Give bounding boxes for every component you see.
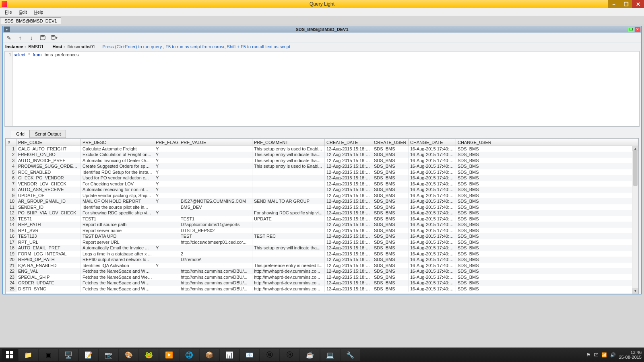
table-cell[interactable]: Report rdf source path [81, 222, 154, 228]
table-cell[interactable]: MAIL OF ON HOLD REPORT [81, 198, 154, 204]
table-cell[interactable] [179, 181, 252, 187]
table-cell[interactable]: REP60 output shared network loc... [81, 257, 154, 263]
table-cell[interactable]: 12-Aug-2015 15:18:10 [325, 175, 372, 181]
table-cell[interactable]: http://xmlns.cummins.com/DBU/... [179, 280, 252, 286]
table-cell[interactable]: 12-Aug-2015 15:18:10 [325, 222, 372, 228]
table-cell[interactable]: REP60_OP_PATH [17, 257, 81, 263]
table-cell[interactable]: This setup entry is used to Enabl... [252, 163, 325, 169]
table-cell[interactable] [252, 169, 325, 175]
table-cell[interactable]: 4 [6, 163, 17, 169]
menu-edit[interactable]: Edit [16, 9, 30, 15]
taskbar-outlook-icon[interactable]: 📧 [240, 349, 259, 361]
table-cell[interactable]: 21 [6, 263, 17, 269]
table-cell[interactable]: 12-Aug-2015 15:18:10 [325, 263, 372, 269]
table-cell[interactable]: SDS_BMS [456, 228, 496, 234]
table-cell[interactable]: SDS_BMS [372, 216, 409, 222]
table-cell[interactable]: REP_PATH [17, 222, 81, 228]
table-cell[interactable]: 16-Aug-2015 17:40:54 [409, 268, 456, 274]
table-cell[interactable]: 16-Aug-2015 17:40:54 [409, 274, 456, 280]
tab-script-output[interactable]: Script Output [30, 130, 66, 138]
table-cell[interactable]: SDS_BMS [456, 181, 496, 187]
table-cell[interactable] [179, 163, 252, 169]
database-icon[interactable] [39, 34, 46, 41]
table-cell[interactable]: 16-Aug-2015 17:40:54 [409, 193, 456, 199]
table-cell[interactable]: SDS_BMS [372, 233, 409, 239]
table-cell[interactable]: SDS_BMS [372, 204, 409, 210]
table-cell[interactable]: 16-Aug-2015 17:40:54 [409, 228, 456, 234]
table-cell[interactable]: 23 [6, 274, 17, 280]
taskbar-notepad-icon[interactable]: 📝 [79, 349, 98, 361]
table-cell[interactable]: D:\remote\ [179, 257, 252, 263]
taskbar-app-icon[interactable]: 🖥️ [59, 349, 78, 361]
table-cell[interactable]: 16-Aug-2015 17:40:54 [409, 222, 456, 228]
table-cell[interactable]: 16-Aug-2015 17:40:54 [409, 245, 456, 251]
table-cell[interactable] [154, 251, 179, 257]
table-cell[interactable]: 16-Aug-2015 17:40:54 [409, 198, 456, 204]
table-cell[interactable]: SDS_BMS [456, 193, 496, 199]
table-cell[interactable]: SDS_BMS [372, 274, 409, 280]
table-cell[interactable]: TEST123 [17, 233, 81, 239]
table-cell[interactable]: TEST [179, 233, 252, 239]
table-row[interactable]: 23SPECIAL_SHIPFetches the NameSpace and … [6, 274, 638, 280]
table-cell[interactable]: SDS_BMS [456, 204, 496, 210]
table-cell[interactable]: http://xmlns.cummins.com/DBU/... [179, 268, 252, 274]
taskbar-chrome-icon[interactable]: 🌐 [180, 349, 199, 361]
table-cell[interactable]: SDS_BMS [456, 274, 496, 280]
table-cell[interactable] [496, 181, 638, 187]
sql-editor[interactable]: 1 select * from bms_preferences [4, 51, 640, 127]
table-cell[interactable]: SDS_BMS [372, 163, 409, 169]
table-cell[interactable] [154, 216, 179, 222]
table-cell[interactable]: 22 [6, 268, 17, 274]
table-cell[interactable]: SDS_BMS [372, 169, 409, 175]
table-cell[interactable]: SEND MAIL TO AR GROUP [252, 198, 325, 204]
table-row[interactable]: 21IQA-RA_ENABLEDIdentifies IQA Activatio… [6, 263, 638, 269]
table-cell[interactable]: 10 [6, 198, 17, 204]
table-cell[interactable]: SDS_BMS [456, 210, 496, 216]
table-cell[interactable] [496, 263, 638, 269]
table-cell[interactable]: 12-Aug-2015 15:18:10 [325, 187, 372, 193]
tab-grid[interactable]: Grid [11, 130, 30, 138]
table-cell[interactable]: 12-Aug-2015 15:18:10 [325, 158, 372, 164]
table-cell[interactable]: RPT_SVR [17, 228, 81, 234]
table-cell[interactable]: For showing RDC specific ship vi... [252, 210, 325, 216]
taskbar-chart-icon[interactable]: 📊 [220, 349, 239, 361]
table-cell[interactable]: SDS_BMS [456, 280, 496, 286]
table-cell[interactable]: 24 [6, 280, 17, 286]
table-cell[interactable] [496, 222, 638, 228]
table-cell[interactable]: 16-Aug-2015 17:40:54 [409, 210, 456, 216]
table-cell[interactable] [496, 233, 638, 239]
table-cell[interactable]: SPECIAL_SHIP [17, 274, 81, 280]
table-cell[interactable] [496, 216, 638, 222]
table-cell[interactable]: 12-Aug-2015 15:18:10 [325, 163, 372, 169]
taskbar-tool-icon[interactable]: 🔧 [341, 349, 360, 361]
table-cell[interactable]: TEST1 [179, 216, 252, 222]
table-row[interactable]: 7VENDOR_LOV_CHECKFor Checking vendor LOV… [6, 181, 638, 187]
table-cell[interactable]: http://mwhaprd-dev.cummins.co... [252, 274, 325, 280]
table-row[interactable]: 6CHECK_PO_VENDORUsed for PO vendor valid… [6, 175, 638, 181]
column-header[interactable]: CREATE_DATE [325, 139, 372, 146]
table-row[interactable]: 20REP60_OP_PATHREP60 output shared netwo… [6, 257, 638, 263]
column-header[interactable]: PRF_COMMENT [252, 139, 325, 146]
table-cell[interactable]: SDS_BMS [456, 187, 496, 193]
table-cell[interactable]: SDS_BMS [456, 146, 496, 152]
table-cell[interactable]: SDS_BMS [372, 222, 409, 228]
table-cell[interactable]: 17 [6, 239, 17, 245]
window-maximize-button[interactable]: ❐ [620, 0, 632, 8]
table-cell[interactable]: 8 [6, 187, 17, 193]
table-cell[interactable]: Fetches the NameSpace and Web... [81, 274, 154, 280]
column-header[interactable]: PRF_CODE [17, 139, 81, 146]
table-cell[interactable]: Y [154, 210, 179, 216]
table-cell[interactable]: Fetches the NameSpace and WS ... [81, 280, 154, 286]
table-row[interactable]: 15RPT_SVRReport server nameDTSTS_REPS021… [6, 228, 638, 234]
table-cell[interactable]: Create Suggested Orders for spec... [81, 163, 154, 169]
table-cell[interactable] [496, 152, 638, 158]
table-cell[interactable]: TEST REC [252, 233, 325, 239]
table-cell[interactable]: Y [154, 187, 179, 193]
table-cell[interactable]: 12-Aug-2015 15:18:10 [325, 181, 372, 187]
table-cell[interactable] [252, 187, 325, 193]
table-cell[interactable]: Automatic receciving for non int... [81, 187, 154, 193]
table-cell[interactable]: SDS_BMS [372, 158, 409, 164]
table-cell[interactable]: SDS_BMS [372, 210, 409, 216]
column-header[interactable]: # [6, 139, 17, 146]
table-cell[interactable] [252, 204, 325, 210]
